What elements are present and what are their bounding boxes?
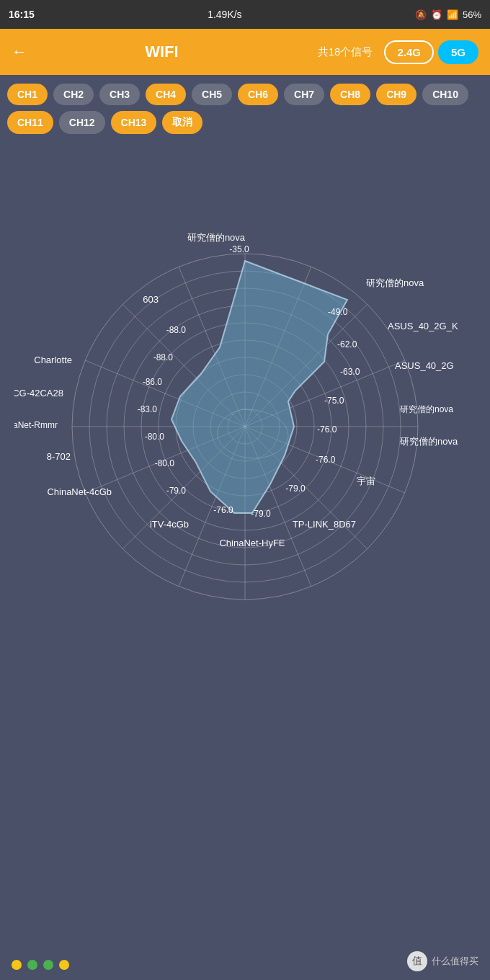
svg-text:研究僧的nova: 研究僧的nova — [366, 277, 424, 288]
radar-svg: -35.0 -49.0 -62.0 -63.0 -75.0 -76.0 -76.… — [14, 174, 476, 679]
ch10-button[interactable]: CH10 — [422, 84, 468, 105]
svg-text:-79.0: -79.0 — [285, 484, 306, 494]
signal-icon: 🔕 — [415, 9, 427, 20]
label-top-value: -35.0 — [229, 244, 249, 254]
svg-text:-88.0: -88.0 — [153, 352, 174, 362]
svg-text:JCG-42CA28: JCG-42CA28 — [14, 388, 63, 398]
ch2-button[interactable]: CH2 — [53, 84, 94, 105]
ch9-button[interactable]: CH9 — [376, 84, 416, 105]
dot-4 — [59, 960, 69, 970]
svg-text:-76.0: -76.0 — [213, 505, 233, 515]
channel-row-1: CH1 CH2 CH3 CH4 CH5 CH6 CH7 CH8 CH9 CH10 — [7, 84, 483, 105]
ch8-button[interactable]: CH8 — [330, 84, 370, 105]
header: ← WIFI 共18个信号 2.4G 5G — [0, 29, 490, 75]
ch6-button[interactable]: CH6 — [238, 84, 278, 105]
ch11-button[interactable]: CH11 — [7, 111, 53, 134]
ch12-button[interactable]: CH12 — [59, 111, 105, 134]
svg-text:-49.0: -49.0 — [328, 307, 348, 317]
svg-text:-79.0: -79.0 — [251, 509, 271, 519]
radar-data-polygon — [172, 261, 347, 513]
watermark-icon: 值 — [407, 951, 427, 971]
svg-text:-63.0: -63.0 — [340, 367, 360, 377]
ch7-button[interactable]: CH7 — [284, 84, 324, 105]
battery-icon: 56% — [463, 9, 481, 20]
channel-row-2: CH11 CH12 CH13 取消 — [7, 111, 483, 134]
status-time: 16:15 — [9, 9, 35, 20]
svg-text:Charlotte: Charlotte — [34, 355, 72, 365]
svg-text:ChinaNet-Rmmr: ChinaNet-Rmmr — [14, 420, 58, 430]
svg-text:603: 603 — [143, 294, 159, 305]
radar-chart-container: -35.0 -49.0 -62.0 -63.0 -75.0 -76.0 -76.… — [0, 146, 490, 708]
svg-text:iTV-4cGb: iTV-4cGb — [150, 519, 189, 530]
watermark-text: 什么值得买 — [432, 955, 478, 968]
cancel-button[interactable]: 取消 — [162, 111, 202, 134]
svg-text:-80.0: -80.0 — [155, 458, 175, 468]
svg-text:TP-LINK_8D67: TP-LINK_8D67 — [293, 519, 356, 530]
svg-text:ASUS_40_2G_K: ASUS_40_2G_K — [388, 321, 458, 331]
freq-2g-button[interactable]: 2.4G — [384, 40, 434, 64]
svg-text:ASUS_40_2G: ASUS_40_2G — [395, 360, 454, 371]
freq-5g-button[interactable]: 5G — [438, 40, 478, 64]
svg-text:-88.0: -88.0 — [166, 325, 187, 335]
svg-text:-80.0: -80.0 — [145, 432, 165, 442]
svg-text:-79.0: -79.0 — [166, 486, 187, 496]
svg-text:-62.0: -62.0 — [337, 339, 357, 349]
svg-text:-76.0: -76.0 — [316, 455, 336, 465]
svg-text:-76.0: -76.0 — [317, 424, 337, 435]
signal-count: 共18个信号 — [318, 45, 373, 59]
channel-area: CH1 CH2 CH3 CH4 CH5 CH6 CH7 CH8 CH9 CH10… — [0, 75, 490, 146]
status-icons: 🔕 ⏰ 📶 56% — [415, 9, 481, 20]
svg-text:研究僧的nova: 研究僧的nova — [187, 232, 246, 243]
dot-3 — [43, 960, 53, 970]
page-title: WIFI — [17, 43, 306, 61]
svg-text:-83.0: -83.0 — [138, 404, 158, 414]
svg-text:研究僧的nova: 研究僧的nova — [400, 436, 458, 447]
ch1-button[interactable]: CH1 — [7, 84, 48, 105]
watermark: 值 什么值得买 — [407, 951, 478, 971]
svg-text:8-702: 8-702 — [47, 451, 71, 462]
alarm-icon: ⏰ — [431, 9, 442, 20]
dot-2 — [27, 960, 37, 970]
status-bar: 16:15 1.49K/s 🔕 ⏰ 📶 56% — [0, 0, 490, 29]
status-network: 1.49K/s — [208, 9, 241, 20]
svg-text:ChinaNet-4cGb: ChinaNet-4cGb — [47, 486, 112, 497]
dot-1 — [12, 960, 22, 970]
ch5-button[interactable]: CH5 — [192, 84, 232, 105]
svg-text:-86.0: -86.0 — [143, 377, 163, 387]
ch3-button[interactable]: CH3 — [99, 84, 140, 105]
watermark-char: 值 — [412, 955, 422, 968]
ch4-button[interactable]: CH4 — [146, 84, 186, 105]
svg-text:宇宙: 宇宙 — [357, 476, 375, 486]
wifi-icon: 📶 — [447, 9, 458, 20]
svg-text:研究僧的nova: 研究僧的nova — [400, 404, 453, 414]
svg-text:ChinaNet-HyFE: ChinaNet-HyFE — [219, 538, 285, 548]
freq-selector: 2.4G 5G — [384, 40, 478, 64]
ch13-button[interactable]: CH13 — [111, 111, 157, 134]
svg-text:-75.0: -75.0 — [324, 396, 344, 406]
bottom-dots — [12, 960, 69, 970]
